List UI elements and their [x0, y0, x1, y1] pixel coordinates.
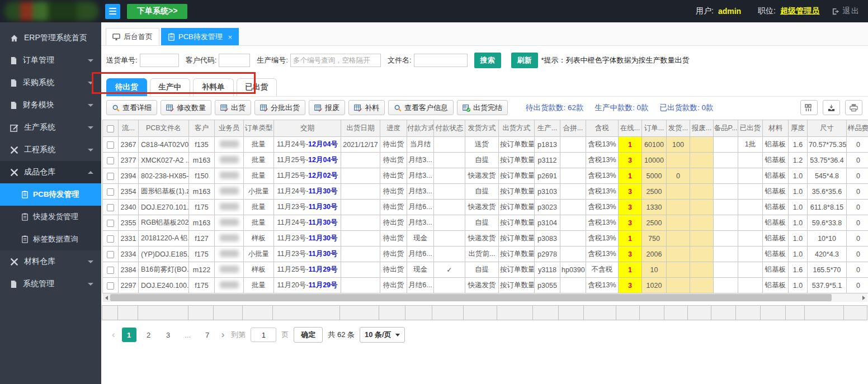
- confirm-button[interactable]: 确定: [294, 327, 323, 343]
- cell-thickness: 1.0: [789, 246, 808, 262]
- horizontal-scrollbar[interactable]: [102, 293, 867, 302]
- sidebar-item-7[interactable]: 材料仓库: [0, 250, 101, 273]
- table-row[interactable]: 2355RGB铝基板202...m163批量11月24号-11月30号待出货月结…: [103, 215, 868, 231]
- table-row[interactable]: 233120181220-A 铝...f127样板11月23号-11月30号待出…: [103, 231, 868, 246]
- column-header[interactable]: 在线...: [619, 120, 642, 137]
- select-all-checkbox[interactable]: [107, 125, 114, 132]
- column-header[interactable]: 生产...: [535, 120, 560, 137]
- page-button-3[interactable]: 3: [161, 328, 176, 342]
- column-header[interactable]: 交期: [274, 120, 341, 137]
- column-header[interactable]: 订单类型: [244, 120, 274, 137]
- table-row[interactable]: 2340DOJ.E270.101...f175批量11月23号-11月30号待出…: [103, 200, 868, 215]
- column-header[interactable]: 付款状态: [434, 120, 465, 137]
- column-header[interactable]: 出货方式: [499, 120, 535, 137]
- page-button-7[interactable]: 7: [200, 328, 215, 342]
- toolbar-button-3[interactable]: 分批出货: [254, 100, 305, 115]
- print-icon[interactable]: [845, 100, 862, 115]
- status-tab-2[interactable]: 补料单: [193, 78, 234, 96]
- scrollbar-thumb[interactable]: [110, 294, 832, 301]
- column-header[interactable]: 付款方式: [407, 120, 434, 137]
- sidebar-item-2[interactable]: 采购系统: [0, 72, 101, 94]
- tab-close-icon[interactable]: ×: [228, 33, 233, 41]
- delivery-no-input[interactable]: [140, 54, 179, 67]
- logout-button[interactable]: 退出: [832, 6, 860, 16]
- toolbar-button-4[interactable]: 报废: [309, 100, 345, 115]
- column-header[interactable]: 备品P...: [714, 120, 738, 137]
- customer-code-input[interactable]: [219, 54, 250, 67]
- table-row[interactable]: 2367C818-4AT02V0...f135批量11月24号-12月04号20…: [103, 137, 868, 153]
- sidebar-item-1[interactable]: 订单管理: [0, 49, 101, 72]
- toolbar-button-0[interactable]: 查看详细: [106, 100, 157, 115]
- sidebar-item-0[interactable]: ERP管理系统首页: [0, 27, 101, 49]
- row-checkbox[interactable]: [107, 141, 114, 149]
- status-tab-1[interactable]: 生产中: [150, 78, 191, 96]
- tab-0[interactable]: 后台首页: [106, 28, 159, 45]
- column-header[interactable]: 样品费: [847, 120, 868, 137]
- column-header[interactable]: 客户: [189, 120, 215, 137]
- page-button-2[interactable]: 2: [141, 328, 156, 342]
- hamburger-menu-icon[interactable]: [105, 4, 120, 19]
- sidebar-subitem-2[interactable]: 标签数据查询: [0, 228, 101, 250]
- search-button[interactable]: 搜索: [474, 53, 501, 68]
- column-header[interactable]: 出货日期: [341, 120, 380, 137]
- column-header[interactable]: 含税: [586, 120, 619, 137]
- status-tab-0[interactable]: 待出货: [106, 78, 147, 96]
- toolbar-button-2[interactable]: 出货: [215, 100, 251, 115]
- table-row[interactable]: 2354圆形铝基板(1).zipm163小批量11月24号-11月30号待出货月…: [103, 184, 868, 200]
- row-checkbox[interactable]: [107, 282, 114, 290]
- sidebar-item-3[interactable]: 财务模块: [0, 94, 101, 116]
- sidebar-item-4[interactable]: 生产系统: [0, 116, 101, 139]
- file-name-input[interactable]: [414, 54, 468, 67]
- column-header[interactable]: 合拼...: [560, 120, 586, 137]
- row-checkbox[interactable]: [107, 220, 114, 227]
- scroll-right-icon[interactable]: [860, 293, 867, 302]
- cell-paymethod: 月结3...: [407, 215, 434, 231]
- table-row[interactable]: 2384B16前雾灯(BO...m122样板11月25号-11月29号待出货现金…: [103, 262, 868, 278]
- status-tab-3[interactable]: 已出货: [237, 78, 277, 96]
- row-checkbox[interactable]: [107, 235, 114, 243]
- row-checkbox[interactable]: [107, 251, 114, 258]
- table-row[interactable]: 2297DOJ.E240.100...f175批量11月20号-11月29号待出…: [103, 278, 868, 293]
- next-page-icon[interactable]: ›: [220, 329, 227, 340]
- production-no-input[interactable]: [290, 54, 381, 67]
- tab-1[interactable]: PCB待发管理×: [161, 28, 239, 45]
- sidebar-item-8[interactable]: 系统管理: [0, 273, 101, 295]
- sidebar-item-5[interactable]: 工程系统: [0, 139, 101, 161]
- refresh-button[interactable]: 刷新: [511, 53, 538, 68]
- table-row[interactable]: 2394802-238-HX85-...f150批量11月25号-12月02号待…: [103, 168, 868, 184]
- toolbar-button-1[interactable]: 修改数量: [161, 100, 211, 115]
- sidebar-subitem-1[interactable]: 快捷发货管理: [0, 206, 101, 228]
- column-header[interactable]: 进度: [380, 120, 407, 137]
- goto-page-input[interactable]: [251, 328, 276, 342]
- export-icon[interactable]: [823, 100, 840, 115]
- columns-icon[interactable]: [800, 100, 818, 115]
- row-checkbox[interactable]: [107, 204, 114, 211]
- table-row[interactable]: 2377XMCK027-A2 ...m163批量11月25号-12月04号待出货…: [103, 153, 868, 168]
- row-checkbox[interactable]: [107, 173, 114, 180]
- sidebar-item-6[interactable]: 成品仓库: [0, 161, 101, 183]
- row-checkbox[interactable]: [107, 157, 114, 164]
- scroll-left-icon[interactable]: [102, 293, 110, 302]
- toolbar-button-7[interactable]: 出货完结: [457, 100, 508, 115]
- row-checkbox[interactable]: [107, 267, 114, 274]
- column-header[interactable]: 业务员: [215, 120, 244, 137]
- column-header[interactable]: 发货...: [667, 120, 690, 137]
- column-header[interactable]: 订单...: [642, 120, 667, 137]
- column-header[interactable]: 流...: [119, 120, 139, 137]
- column-header[interactable]: 厚度: [789, 120, 808, 137]
- prev-page-icon[interactable]: ‹: [110, 329, 117, 340]
- column-header[interactable]: 尺寸: [808, 120, 847, 137]
- column-header[interactable]: 发货方式: [465, 120, 499, 137]
- table-row[interactable]: 2334(YP)DOJ.E185...f175小批量11月23号-11月30号待…: [103, 246, 868, 262]
- row-checkbox[interactable]: [107, 188, 114, 196]
- column-header[interactable]: 已出货: [738, 120, 763, 137]
- order-system-button[interactable]: 下单系统>>: [127, 4, 187, 19]
- column-header[interactable]: 报废...: [690, 120, 714, 137]
- page-button-1[interactable]: 1: [122, 328, 136, 342]
- toolbar-button-5[interactable]: 补料: [348, 100, 385, 115]
- page-size-select[interactable]: 10 条/页: [360, 327, 405, 343]
- column-header[interactable]: PCB文件名: [139, 120, 189, 137]
- column-header[interactable]: 材料: [763, 120, 789, 137]
- toolbar-button-6[interactable]: 查看客户信息: [388, 100, 454, 115]
- sidebar-subitem-0[interactable]: PCB待发管理: [0, 183, 101, 206]
